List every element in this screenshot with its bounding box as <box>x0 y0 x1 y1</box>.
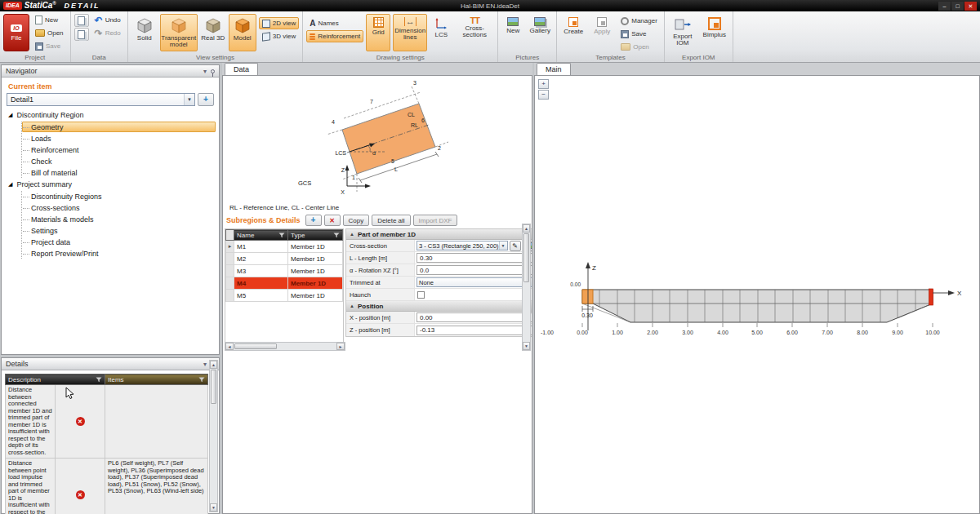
navigator-collapse-icon[interactable]: ▾ <box>203 68 207 75</box>
description-column-header[interactable]: Description <box>6 374 105 385</box>
real-3d-button[interactable]: Real 3D <box>200 14 226 51</box>
haunch-checkbox[interactable] <box>417 291 425 299</box>
z-position-input[interactable] <box>416 326 532 335</box>
scroll-up-icon[interactable]: ▲ <box>523 224 530 233</box>
items-column-header[interactable]: Items <box>105 374 208 385</box>
tree-section-project-summary[interactable]: ◢ Project summary <box>2 179 219 190</box>
template-manager-button[interactable]: Manager <box>617 15 661 27</box>
tree-item-check[interactable]: Check <box>22 156 216 166</box>
scroll-thumb[interactable] <box>234 343 277 349</box>
cross-sections-button[interactable]: TT Cross-sections <box>455 14 494 51</box>
details-scrollbar[interactable]: ▲ ▼ <box>209 360 218 512</box>
tree-item-report-preview-print[interactable]: Report Preview/Print <box>22 248 216 259</box>
delete-all-button[interactable]: Delete all <box>372 215 410 226</box>
redo-button[interactable]: ↷Redo <box>91 27 124 39</box>
section-collapse-icon[interactable]: ▲ <box>350 232 354 237</box>
expander-icon[interactable]: ◢ <box>8 181 12 188</box>
add-detail-button[interactable]: + <box>198 93 214 106</box>
tree-item-geometry[interactable]: Geometry <box>22 122 216 132</box>
add-subregion-button[interactable]: + <box>305 215 322 226</box>
lcs-button[interactable]: LCS <box>430 14 452 51</box>
tree-item-discontinuity-regions[interactable]: Discontinuity Regions <box>22 191 216 202</box>
scroll-down-icon[interactable]: ▼ <box>523 342 530 350</box>
x-position-input[interactable] <box>416 312 532 322</box>
edit-cross-section-button[interactable]: ✎ <box>510 241 521 251</box>
main-view[interactable]: + − <box>534 76 980 514</box>
grid-button[interactable]: Grid <box>366 14 390 51</box>
member-m5-highlight[interactable] <box>582 290 593 304</box>
tree-section-discontinuity-region[interactable]: ◢ Discontinuity Region <box>2 109 219 121</box>
tree-item-materials-models[interactable]: Materials & models <box>22 214 216 224</box>
solid-button[interactable]: Solid <box>131 14 158 51</box>
properties-vertical-scrollbar[interactable]: ▲ ▼ <box>522 224 531 351</box>
copy-data-button[interactable] <box>74 14 89 27</box>
zoom-in-button[interactable]: + <box>538 79 549 89</box>
maximize-button[interactable]: □ <box>951 2 964 11</box>
filter-icon[interactable] <box>333 233 340 238</box>
model-button[interactable]: Model <box>229 14 256 51</box>
scroll-down-icon[interactable]: ▼ <box>210 503 217 512</box>
scroll-thumb[interactable] <box>211 370 216 404</box>
gallery-button[interactable]: Gallery <box>527 14 553 51</box>
reinforcement-toggle[interactable]: Reinforcement <box>306 30 363 42</box>
part-of-member-section[interactable]: ▲ Part of member 1D <box>346 229 532 240</box>
picture-new-button[interactable]: New <box>501 14 524 51</box>
filter-icon[interactable] <box>96 377 102 383</box>
member-row-m2[interactable]: M2 Member 1D <box>226 253 343 265</box>
undo-button[interactable]: ↶Undo <box>91 14 124 26</box>
type-column-header[interactable]: Type <box>288 230 343 241</box>
tree-item-settings[interactable]: Settings <box>22 225 216 236</box>
template-open-button[interactable]: Open <box>617 41 661 53</box>
structure-elevation-canvas[interactable]: Z X 0.00 0.30 <box>535 76 980 514</box>
open-button[interactable]: Open <box>32 27 67 39</box>
tree-item-loads[interactable]: Loads <box>22 133 216 144</box>
member-row-m1[interactable]: ▸ M1 Member 1D <box>226 241 343 253</box>
minimize-button[interactable]: – <box>938 2 951 11</box>
tree-item-bill-of-material[interactable]: Bill of material <box>22 167 216 178</box>
pin-icon[interactable] <box>211 69 215 73</box>
transparent-model-button[interactable]: Transparent model <box>160 14 198 51</box>
member-m4-selected-highlight[interactable] <box>929 289 933 305</box>
template-save-button[interactable]: Save <box>617 28 661 40</box>
members-horizontal-scrollbar[interactable]: ◄ ► <box>225 342 345 351</box>
member-row-m3[interactable]: M3 Member 1D <box>226 265 343 277</box>
filter-icon[interactable] <box>278 233 285 238</box>
close-button[interactable]: ✕ <box>964 2 977 11</box>
names-toggle[interactable]: ANames <box>306 17 363 29</box>
file-button[interactable]: IO File <box>3 14 29 51</box>
name-column-header[interactable]: Name <box>234 230 288 241</box>
create-template-button[interactable]: Create <box>560 14 586 51</box>
copy-subregion-button[interactable]: Copy <box>343 215 370 226</box>
current-item-dropdown[interactable]: Detail1 ▼ <box>7 93 195 106</box>
expander-icon[interactable]: ◢ <box>8 112 12 118</box>
length-input[interactable] <box>416 253 532 263</box>
tree-item-project-data[interactable]: Project data <box>22 237 216 247</box>
section-collapse-icon[interactable]: ▲ <box>350 304 354 308</box>
scroll-left-icon[interactable]: ◄ <box>225 343 234 350</box>
delete-subregion-button[interactable]: ✕ <box>324 215 341 226</box>
apply-template-button[interactable]: Apply <box>589 14 615 51</box>
bimplus-button[interactable]: Bimplus <box>700 14 729 51</box>
trimmed-at-select[interactable]: None ▼ <box>416 277 532 287</box>
tab-data[interactable]: Data <box>225 63 258 75</box>
position-section[interactable]: ▲ Position <box>346 301 532 312</box>
paste-data-button[interactable] <box>74 28 89 41</box>
2d-view-button[interactable]: 2D view <box>259 17 299 29</box>
rotation-input[interactable] <box>416 265 532 275</box>
zoom-out-button[interactable]: − <box>538 90 549 100</box>
tab-main[interactable]: Main <box>537 63 571 75</box>
dropdown-arrow-icon[interactable]: ▼ <box>184 94 194 105</box>
member-row-m5[interactable]: M5 Member 1D <box>226 290 343 302</box>
filter-icon[interactable] <box>198 377 205 383</box>
save-button[interactable]: Save <box>32 40 67 52</box>
export-iom-button[interactable]: Export IOM <box>668 14 697 51</box>
member-row-m4-selected[interactable]: M4 Member 1D <box>226 277 343 290</box>
tree-item-reinforcement[interactable]: Reinforcement <box>22 144 216 155</box>
scroll-right-icon[interactable]: ► <box>336 343 345 350</box>
tree-item-cross-sections[interactable]: Cross-sections <box>22 202 216 213</box>
import-dxf-button[interactable]: Import DXF <box>413 215 458 226</box>
dimension-lines-button[interactable]: ↔ Dimension lines <box>393 14 427 51</box>
scroll-thumb[interactable] <box>523 233 529 282</box>
details-collapse-icon[interactable]: ▾ <box>203 361 207 368</box>
new-button[interactable]: New <box>32 14 67 26</box>
